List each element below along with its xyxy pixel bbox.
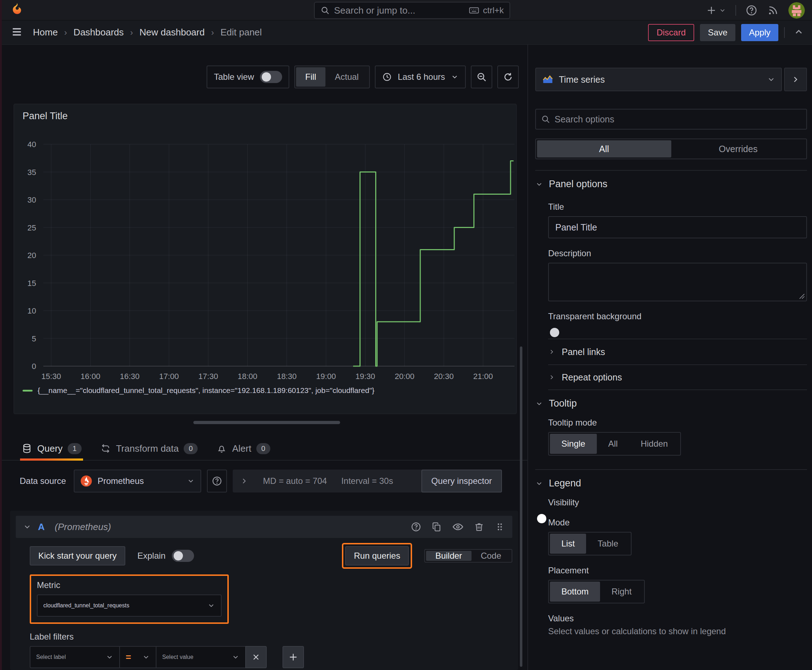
display-mode-fill[interactable]: Fill <box>296 67 326 86</box>
display-mode-actual[interactable]: Actual <box>325 67 368 86</box>
new-menu-button[interactable] <box>706 5 726 16</box>
panel-title[interactable]: Panel Title <box>14 104 516 122</box>
breadcrumb-dashboards[interactable]: Dashboards <box>73 27 124 38</box>
svg-text:17:00: 17:00 <box>159 372 179 381</box>
svg-text:20: 20 <box>27 251 36 260</box>
collapse-sidebar-button[interactable] <box>784 68 807 91</box>
breadcrumb-home[interactable]: Home <box>33 27 58 38</box>
legend-values-hint: Select values or calculations to show in… <box>548 626 807 636</box>
panel-options-header[interactable]: Panel options <box>535 171 807 192</box>
operator-value: = <box>125 652 131 663</box>
vertical-scrollbar[interactable] <box>520 347 522 667</box>
resize-corner-icon[interactable] <box>799 293 805 299</box>
tab-transform[interactable]: Transform data 0 <box>99 437 199 460</box>
save-button[interactable]: Save <box>700 24 736 41</box>
editor-mode-builder[interactable]: Builder <box>426 551 471 561</box>
time-range-picker[interactable]: Last 6 hours <box>375 66 466 88</box>
drag-handle-icon[interactable] <box>495 521 505 532</box>
window-edge <box>0 0 2 670</box>
max-data-points-stat: MD = auto = 704 <box>263 476 327 486</box>
run-queries-button[interactable]: Run queries <box>345 546 409 565</box>
query-toolbar: Kick start your query Explain Run querie… <box>30 543 512 569</box>
legend-header[interactable]: Legend <box>535 470 807 491</box>
svg-text:20:30: 20:30 <box>434 372 454 381</box>
add-filter-button[interactable] <box>283 646 304 668</box>
discard-button[interactable]: Discard <box>648 24 694 41</box>
svg-text:17:30: 17:30 <box>198 372 218 381</box>
tooltip-mode-all[interactable]: All <box>597 434 629 454</box>
collapse-options-button[interactable] <box>793 27 804 39</box>
tooltip-header[interactable]: Tooltip <box>535 390 807 411</box>
help-button[interactable] <box>746 4 758 17</box>
svg-text:16:00: 16:00 <box>81 372 100 381</box>
table-view-toggle[interactable] <box>260 71 282 83</box>
hide-query-icon[interactable] <box>452 521 464 533</box>
menu-toggle-button[interactable] <box>11 26 23 39</box>
svg-text:0: 0 <box>32 362 36 371</box>
select-label-dropdown[interactable]: Select label <box>30 646 120 668</box>
repeat-options-section[interactable]: Repeat options <box>548 364 807 390</box>
legend-mode-list[interactable]: List <box>550 534 586 554</box>
breadcrumb: Home › Dashboards › New dashboard › Edit… <box>33 27 262 38</box>
query-inspector-button[interactable]: Query inspector <box>421 470 502 492</box>
description-textarea[interactable] <box>548 263 807 301</box>
transparent-background-label: Transparent background <box>548 311 807 321</box>
tab-alert[interactable]: Alert 0 <box>215 437 272 460</box>
apply-button[interactable]: Apply <box>741 24 778 41</box>
user-avatar[interactable] <box>788 2 805 19</box>
news-button[interactable] <box>767 4 779 17</box>
chevron-down-icon <box>106 653 114 661</box>
query-options-bar[interactable]: MD = auto = 704 Interval = 30s Query ins… <box>233 470 502 492</box>
zoom-out-button[interactable] <box>471 66 492 88</box>
metric-value: cloudflared_tunnel_total_requests <box>43 602 129 609</box>
chart-legend[interactable]: {__name__="cloudflared_tunnel_total_requ… <box>22 386 375 395</box>
visualization-picker[interactable]: Time series <box>535 68 782 91</box>
delete-query-icon[interactable] <box>474 521 485 532</box>
metric-select[interactable]: cloudflared_tunnel_total_requests <box>37 594 222 617</box>
duplicate-query-icon[interactable] <box>431 521 442 532</box>
query-row-header[interactable]: A (Prometheus) <box>16 516 512 538</box>
grafana-logo-icon[interactable] <box>9 2 24 17</box>
options-tab-all[interactable]: All <box>537 140 671 157</box>
datasource-help-button[interactable] <box>207 470 227 492</box>
datasource-picker[interactable]: Prometheus <box>74 470 201 492</box>
breadcrumb-new-dashboard[interactable]: New dashboard <box>140 27 205 38</box>
tooltip-mode-hidden[interactable]: Hidden <box>629 434 679 454</box>
breadcrumb-separator: › <box>131 27 133 37</box>
chevron-down-icon <box>232 653 239 661</box>
plus-icon <box>706 5 717 16</box>
svg-text:18:00: 18:00 <box>238 372 258 381</box>
global-search[interactable]: ctrl+k <box>314 2 510 19</box>
svg-text:15:30: 15:30 <box>41 372 61 381</box>
global-search-input[interactable] <box>334 5 464 16</box>
chevron-up-icon <box>793 27 804 37</box>
remove-filter-button[interactable] <box>245 646 267 668</box>
legend-placement-label: Placement <box>548 565 807 575</box>
chart-svg[interactable]: 051015202530354015:3016:0016:3017:0017:3… <box>14 121 517 386</box>
options-tab-overrides[interactable]: Overrides <box>671 140 805 157</box>
chevron-down-icon <box>23 523 32 531</box>
legend-series-name[interactable]: {__name__="cloudflared_tunnel_total_requ… <box>37 386 375 395</box>
select-value-dropdown[interactable]: Select value <box>156 646 246 668</box>
tooltip-mode-single[interactable]: Single <box>550 434 597 454</box>
explain-toggle[interactable] <box>172 550 194 562</box>
legend-placement-bottom[interactable]: Bottom <box>550 582 600 602</box>
operator-dropdown[interactable]: = <box>119 646 156 668</box>
panel-links-section[interactable]: Panel links <box>548 338 807 364</box>
svg-text:19:30: 19:30 <box>356 372 375 381</box>
active-tab-underline <box>20 459 83 461</box>
options-search[interactable] <box>535 109 807 130</box>
kickstart-query-button[interactable]: Kick start your query <box>30 546 125 565</box>
legend-visibility-label: Visibility <box>548 497 807 508</box>
editor-mode-code[interactable]: Code <box>471 551 510 561</box>
plus-icon <box>288 652 298 662</box>
options-search-input[interactable] <box>554 114 801 125</box>
legend-placement-right[interactable]: Right <box>600 582 643 602</box>
query-help-icon[interactable] <box>411 521 421 532</box>
tab-query[interactable]: Query 1 <box>20 437 83 460</box>
panel-title-input[interactable] <box>548 216 807 239</box>
legend-mode-table[interactable]: Table <box>586 534 629 554</box>
refresh-button[interactable] <box>497 66 519 88</box>
pane-resize-handle[interactable] <box>193 421 340 424</box>
chevron-down-icon <box>187 477 195 485</box>
